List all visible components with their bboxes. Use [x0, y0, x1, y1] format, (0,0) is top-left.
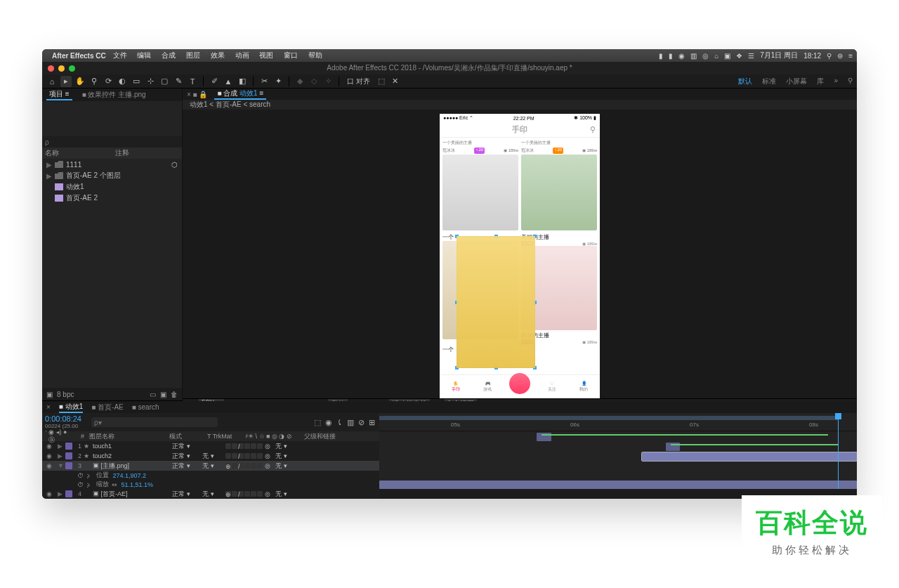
tab-composition[interactable]: ■ 合成 动效1 ≡ [214, 89, 266, 100]
search-help-icon[interactable]: ⚲ [848, 77, 853, 86]
main-area: 项目 ≡ ■ 效果控件 主播.png 名称 注释 ▶1111⬡ ▶首页-AE 2… [42, 89, 857, 400]
project-item[interactable]: ▶首页-AE 2 个图层 [42, 170, 182, 181]
brush-tool-icon[interactable]: ✐ [209, 76, 220, 87]
status-icon[interactable]: ▣ [724, 52, 730, 60]
menu-effect[interactable]: 效果 [211, 51, 225, 59]
col-num[interactable]: # [79, 433, 84, 440]
time-ruler[interactable]: 05s 06s 07s 08s [379, 413, 857, 431]
project-item[interactable]: 首页-AE 2 [42, 192, 182, 204]
snapping-opt-icon[interactable]: ⬚ [376, 76, 387, 87]
col-switches[interactable]: ♯☀ \ ☆ ■ ◎ ◑ ⊘ [243, 433, 299, 440]
status-icon[interactable]: ⌂ [714, 52, 718, 60]
workspace-default[interactable]: 默认 [738, 77, 752, 86]
breadcrumb[interactable]: 动效1 < 首页-AE < search [190, 100, 270, 108]
menu-animation[interactable]: 动画 [235, 51, 249, 59]
camera-tool-icon[interactable]: ▭ [131, 76, 142, 87]
mask-tool-icon[interactable]: ▢ [159, 76, 170, 87]
orbit-tool-icon[interactable]: ⟳ [103, 76, 114, 87]
status-icon[interactable]: ◎ [702, 52, 709, 60]
notification-icon[interactable]: ≡ [848, 52, 853, 60]
shy-icon[interactable]: ⤹ [336, 418, 343, 427]
workspace-standard[interactable]: 标准 [762, 77, 776, 86]
menu-composition[interactable]: 合成 [162, 51, 176, 59]
status-icon[interactable]: ▮ [659, 52, 663, 60]
col-comment[interactable]: 注释 [115, 148, 129, 158]
col-layername[interactable]: 图层名称 [87, 432, 164, 441]
layer-search-input[interactable] [91, 417, 218, 427]
project-item[interactable]: 动效1 [42, 181, 182, 192]
status-icon[interactable]: ❖ [736, 52, 742, 60]
col-mode[interactable]: 模式 [167, 432, 202, 441]
app-name[interactable]: After Effects CC [52, 52, 106, 60]
project-filter-input[interactable] [45, 138, 179, 146]
watermark: 百科全说 助你轻松解决 [742, 495, 882, 567]
snapping-toggle[interactable]: 口 对齐 [344, 77, 373, 86]
status-icon[interactable]: ▥ [690, 52, 697, 60]
tab-project[interactable]: 项目 ≡ [46, 89, 72, 100]
pen-tool-icon[interactable]: ✎ [173, 76, 184, 87]
rotate-tool-icon[interactable]: ◐ [117, 76, 128, 87]
comp-canvas[interactable]: ●●●●● Eric ⌃22:22 PM✱ 100% ▮ 手印⚲ 一个美丽的主播… [183, 110, 857, 398]
current-time-indicator[interactable] [838, 413, 839, 499]
menubar-date[interactable]: 7月1日 周日 [760, 51, 798, 60]
col-trkmat[interactable]: T TrkMat [205, 433, 240, 440]
roto-tool-icon[interactable]: ✂ [258, 76, 270, 87]
menu-file[interactable]: 文件 [113, 51, 127, 59]
menu-help[interactable]: 帮助 [308, 51, 322, 59]
comp-flowchart-icon[interactable]: ⬚ [314, 418, 321, 427]
workspace-more-icon[interactable]: » [834, 77, 838, 86]
eraser-tool-icon[interactable]: ◧ [237, 76, 248, 87]
layer-property[interactable]: ⏱ ⩾缩放⇔51.1,51.1% [42, 480, 379, 489]
timeline-tab[interactable]: ■ search [132, 403, 159, 411]
timeline-tab[interactable]: ■ 动效1 [59, 402, 83, 413]
layer-row[interactable]: ◉▶1★touch1正常 ▾/◎无 ▾ [42, 441, 379, 451]
puppet-tool-icon[interactable]: ✦ [273, 76, 284, 87]
col-parent[interactable]: 父级和链接 [302, 432, 338, 441]
graph-editor-icon[interactable]: ⊞ [369, 418, 375, 427]
flowchart-icon[interactable]: ⬡ [171, 161, 178, 169]
home-icon[interactable]: ⌂ [46, 76, 58, 87]
menu-layer[interactable]: 图层 [186, 51, 200, 59]
project-item[interactable]: ▶1111⬡ [42, 159, 182, 170]
layer-bar[interactable] [379, 481, 857, 489]
tab-effect-controls[interactable]: ■ 效果控件 主播.png [79, 90, 149, 100]
zoom-tool-icon[interactable]: ⚲ [88, 76, 100, 87]
clone-tool-icon[interactable]: ▲ [223, 76, 234, 87]
draft3d-icon[interactable]: ◉ [325, 418, 332, 427]
snapping-opt-icon[interactable]: ✕ [390, 76, 401, 87]
status-battery: ✱ 100% ▮ [574, 115, 596, 121]
layer-bar[interactable] [642, 452, 857, 461]
menu-window[interactable]: 窗口 [284, 51, 298, 59]
menubar-time[interactable]: 18:12 [803, 52, 821, 60]
delete-icon[interactable]: 🗑 [171, 391, 178, 398]
wifi-icon[interactable]: ◉ [678, 52, 685, 60]
type-tool-icon[interactable]: T [187, 76, 198, 87]
col-name[interactable]: 名称 [45, 148, 115, 158]
motion-blur-icon[interactable]: ⊘ [358, 418, 365, 427]
selection-tool-icon[interactable]: ▸ [60, 76, 72, 87]
timeline-track-area[interactable]: 05s 06s 07s 08s [379, 413, 857, 499]
workspace-library[interactable]: 库 [817, 77, 824, 86]
status-icon[interactable]: ☰ [748, 52, 754, 60]
menu-view[interactable]: 视图 [259, 51, 273, 59]
spotlight-icon[interactable]: ⚲ [827, 52, 832, 60]
new-folder-icon[interactable]: ▭ [150, 391, 156, 398]
ae-window: After Effects CC 文件 编辑 合成 图层 效果 动画 视图 窗口… [42, 49, 857, 499]
interpret-footage-icon[interactable]: ▣ [46, 391, 53, 398]
bpc-toggle[interactable]: 8 bpc [57, 391, 74, 398]
anchor-tool-icon[interactable]: ⊹ [145, 76, 156, 87]
disabled-tool-icon: ◇ [308, 76, 320, 87]
workspace-small[interactable]: 小屏幕 [786, 77, 807, 86]
window-titlebar: Adobe After Effects CC 2018 - /Volumes/吴… [42, 62, 857, 74]
layer-row[interactable]: ◉▶4▣ [首页-AE]正常 ▾无 ▾⊕/◎无 ▾ [42, 489, 379, 499]
frame-blend-icon[interactable]: ▥ [347, 418, 354, 427]
layer-row[interactable]: ◉▼3▣ [主播.png]正常 ▾无 ▾⊕/◎无 ▾ [42, 461, 379, 471]
timeline-tab[interactable]: ■ 首页-AE [91, 403, 124, 412]
control-center-icon[interactable]: ⊜ [837, 52, 843, 60]
layer-row[interactable]: ◉▶2★touch2正常 ▾无 ▾/◎无 ▾ [42, 451, 379, 461]
hand-tool-icon[interactable]: ✋ [74, 76, 86, 87]
layer-property[interactable]: ⏱ ⩾位置274.1,907.2 [42, 471, 379, 480]
status-icon[interactable]: ▮ [669, 52, 673, 60]
menu-edit[interactable]: 编辑 [137, 51, 151, 59]
new-comp-icon[interactable]: ▣ [160, 391, 166, 398]
